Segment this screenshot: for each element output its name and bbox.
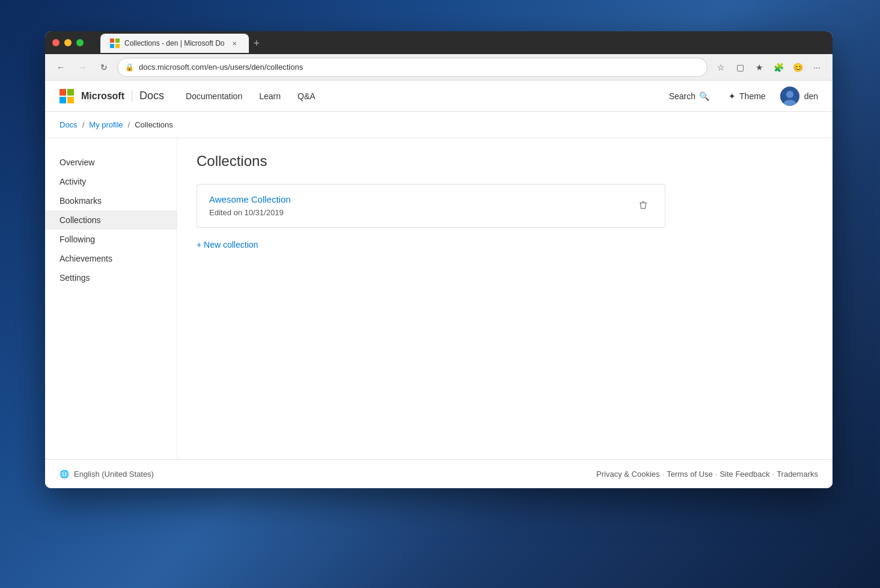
- avatar-image: [780, 87, 799, 106]
- url-text: docs.microsoft.com/en-us/users/den/colle…: [139, 63, 700, 72]
- tab-title: Collections - den | Microsoft Do: [124, 39, 225, 47]
- collections-browser-button[interactable]: ▢: [732, 59, 748, 76]
- browser-window: Collections - den | Microsoft Do ✕ + ← →…: [45, 31, 833, 488]
- microsoft-logo-icon: [60, 89, 74, 103]
- search-label: Search: [669, 91, 695, 101]
- close-button[interactable]: [52, 39, 60, 46]
- title-bar: Collections - den | Microsoft Do ✕ +: [45, 31, 833, 54]
- footer-feedback[interactable]: Site Feedback: [720, 470, 769, 479]
- nav-qa[interactable]: Q&A: [290, 88, 323, 105]
- nav-documentation[interactable]: Documentation: [179, 88, 249, 105]
- user-name: den: [804, 91, 818, 101]
- footer-sep-1: ·: [662, 470, 665, 479]
- browser-chrome: Collections - den | Microsoft Do ✕ + ← →…: [45, 31, 833, 81]
- header-actions: Search 🔍 ✦ Theme den: [664, 87, 818, 106]
- svg-rect-2: [110, 44, 114, 48]
- collection-info: Awesome Collection Edited on 10/31/2019: [209, 194, 291, 218]
- collection-name[interactable]: Awesome Collection: [209, 194, 291, 204]
- page-title: Collections: [197, 153, 813, 170]
- svg-rect-1: [115, 38, 120, 43]
- breadcrumb-my-profile[interactable]: My profile: [89, 120, 123, 129]
- favorites-button[interactable]: ☆: [712, 59, 729, 76]
- user-menu[interactable]: den: [780, 87, 818, 106]
- search-button[interactable]: Search 🔍: [664, 89, 714, 103]
- url-path: /en-us/users/den/collections: [206, 63, 303, 72]
- ms-logo: Microsoft Docs: [60, 89, 164, 103]
- collection-card: Awesome Collection Edited on 10/31/2019: [197, 184, 665, 228]
- nav-learn[interactable]: Learn: [252, 88, 288, 105]
- microsoft-wordmark: Microsoft: [81, 91, 124, 102]
- extensions-button[interactable]: 🧩: [770, 59, 787, 76]
- address-bar[interactable]: 🔒 docs.microsoft.com/en-us/users/den/col…: [117, 58, 707, 77]
- maximize-button[interactable]: [76, 39, 84, 46]
- search-icon: 🔍: [699, 91, 709, 101]
- minimize-button[interactable]: [64, 39, 72, 46]
- favorites-bar-button[interactable]: ★: [751, 59, 768, 76]
- forward-button[interactable]: →: [74, 59, 91, 76]
- sidebar-item-achievements[interactable]: Achievements: [45, 249, 177, 268]
- sidebar-item-overview[interactable]: Overview: [45, 153, 177, 172]
- breadcrumb-current: Collections: [135, 120, 173, 129]
- site-header: Microsoft Docs Documentation Learn Q&A S…: [45, 81, 833, 112]
- collection-date: Edited on 10/31/2019: [209, 208, 284, 217]
- sidebar-item-collections[interactable]: Collections: [45, 210, 177, 230]
- footer-locale: 🌐 English (United States): [60, 470, 154, 479]
- back-button[interactable]: ←: [52, 59, 69, 76]
- toolbar-actions: ☆ ▢ ★ 🧩 😊 ···: [712, 59, 825, 76]
- footer-terms[interactable]: Terms of Use: [667, 470, 713, 479]
- docs-brand[interactable]: Docs: [139, 90, 164, 102]
- profile-button[interactable]: 😊: [789, 59, 806, 76]
- main-layout: Overview Activity Bookmarks Collections …: [45, 138, 833, 459]
- sidebar: Overview Activity Bookmarks Collections …: [45, 138, 177, 459]
- delete-collection-button[interactable]: [634, 198, 653, 215]
- sidebar-item-activity[interactable]: Activity: [45, 172, 177, 191]
- footer-trademarks[interactable]: Trademarks: [777, 470, 818, 479]
- new-collection-button[interactable]: + New collection: [197, 235, 813, 254]
- breadcrumb-sep-1: /: [82, 120, 85, 129]
- toolbar: ← → ↻ 🔒 docs.microsoft.com/en-us/users/d…: [45, 54, 833, 81]
- svg-point-5: [786, 91, 793, 98]
- url-domain: docs.microsoft.com: [139, 63, 206, 72]
- sidebar-item-following[interactable]: Following: [45, 230, 177, 249]
- page-content: Microsoft Docs Documentation Learn Q&A S…: [45, 81, 833, 488]
- trash-icon: [638, 200, 648, 210]
- settings-button[interactable]: ···: [808, 59, 825, 76]
- lock-icon: 🔒: [125, 63, 134, 72]
- footer-sep-3: ·: [772, 470, 775, 479]
- sidebar-item-bookmarks[interactable]: Bookmarks: [45, 191, 177, 210]
- locale-text: English (United States): [74, 470, 154, 479]
- avatar: [780, 87, 799, 106]
- theme-icon: ✦: [729, 91, 736, 101]
- sidebar-item-settings[interactable]: Settings: [45, 268, 177, 287]
- footer-privacy[interactable]: Privacy & Cookies: [596, 470, 659, 479]
- logo-divider: [132, 90, 132, 102]
- site-nav: Documentation Learn Q&A: [179, 88, 650, 105]
- site-footer: 🌐 English (United States) Privacy & Cook…: [45, 459, 833, 488]
- refresh-button[interactable]: ↻: [96, 59, 112, 76]
- tab-bar: Collections - den | Microsoft Do ✕ +: [88, 32, 825, 53]
- breadcrumb-docs[interactable]: Docs: [60, 120, 78, 129]
- footer-sep-2: ·: [715, 470, 718, 479]
- globe-icon: 🌐: [60, 470, 69, 479]
- breadcrumb: Docs / My profile / Collections: [45, 112, 833, 138]
- theme-button[interactable]: ✦ Theme: [724, 89, 771, 103]
- active-tab[interactable]: Collections - den | Microsoft Do ✕: [100, 34, 249, 53]
- tab-favicon: [110, 38, 120, 48]
- new-tab-button[interactable]: +: [249, 34, 265, 53]
- theme-label: Theme: [739, 91, 766, 101]
- svg-rect-0: [110, 38, 114, 43]
- main-content: Collections Awesome Collection Edited on…: [177, 138, 833, 459]
- svg-rect-3: [115, 44, 120, 48]
- breadcrumb-sep-2: /: [128, 120, 130, 129]
- tab-close-button[interactable]: ✕: [230, 38, 239, 48]
- footer-links: Privacy & Cookies · Terms of Use · Site …: [596, 470, 818, 479]
